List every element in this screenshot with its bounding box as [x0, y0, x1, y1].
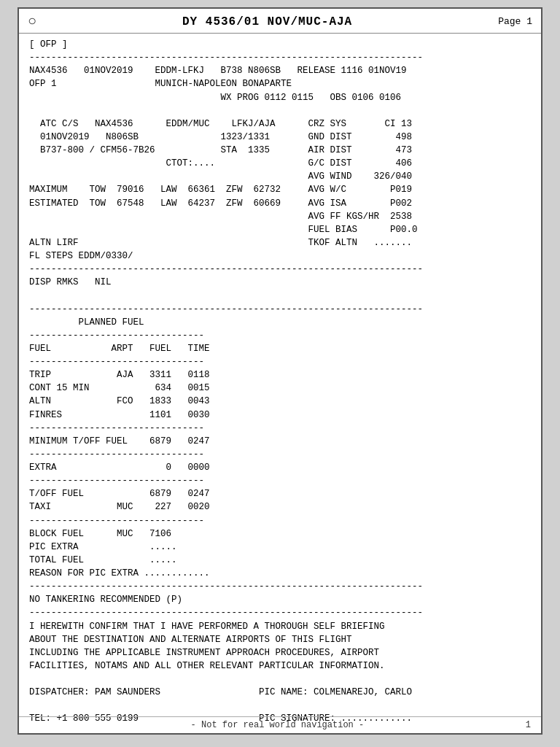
- ofp-content: [ OFP ] --------------------------------…: [19, 34, 541, 733]
- page-header: ○ DY 4536/01 NOV/MUC-AJA Page 1: [19, 9, 541, 34]
- page-container: ○ DY 4536/01 NOV/MUC-AJA Page 1 [ OFP ] …: [18, 7, 542, 735]
- page-number: Page 1: [498, 16, 532, 27]
- page-footer: - Not for real world navigation - 1: [19, 716, 541, 733]
- footer-right: 1: [526, 720, 531, 730]
- app-icon: ○: [28, 13, 36, 30]
- page-title: DY 4536/01 NOV/MUC-AJA: [182, 15, 352, 28]
- footer-center: - Not for real world navigation -: [29, 720, 526, 730]
